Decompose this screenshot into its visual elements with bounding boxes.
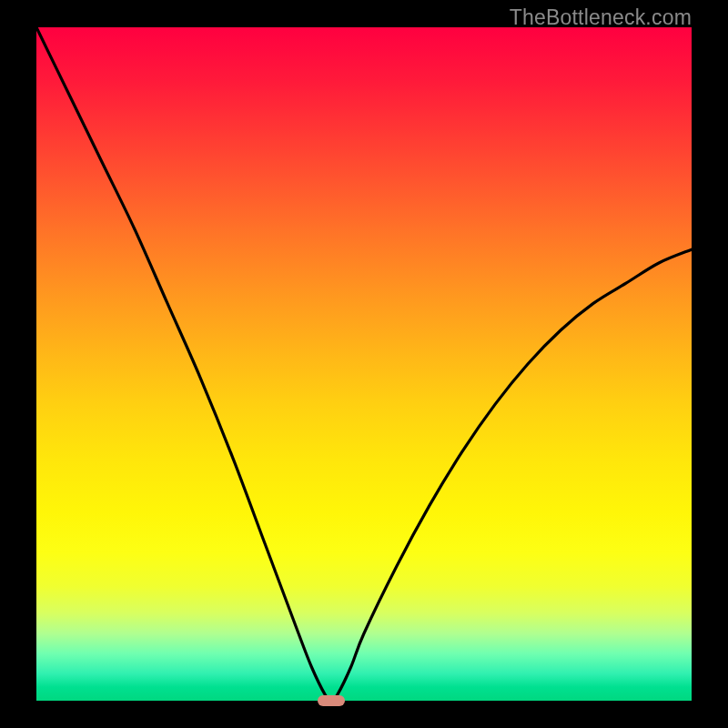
minimum-marker xyxy=(318,695,345,706)
plot-area xyxy=(36,27,692,701)
chart-frame: TheBottleneck.com xyxy=(0,0,728,728)
bottleneck-curve-path xyxy=(36,27,692,701)
curve-svg xyxy=(36,27,692,701)
watermark-text: TheBottleneck.com xyxy=(510,5,692,30)
